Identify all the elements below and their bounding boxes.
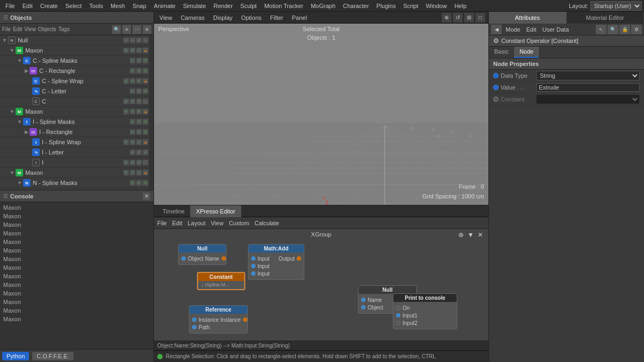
node-constant[interactable]: Constant ↓ ISpline M… [197, 272, 245, 290]
menu-motion-tracker[interactable]: Motion Tracker [261, 2, 306, 10]
node-null1[interactable]: Null Object Name [178, 244, 226, 265]
menu-tools[interactable]: Tools [86, 2, 106, 10]
mode-left-icon[interactable]: ◀ [491, 25, 502, 34]
tab-attributes[interactable]: Attributes [489, 12, 567, 24]
menu-edit[interactable]: Edit [19, 2, 36, 10]
vp-menu-options[interactable]: Options [239, 13, 264, 22]
vp-menu-view[interactable]: View [157, 13, 174, 22]
menu-create[interactable]: Create [37, 2, 61, 10]
search-icon[interactable]: 🔍 [112, 25, 121, 34]
menu-mesh[interactable]: Mesh [107, 2, 128, 10]
vp-rotate-icon[interactable]: ↺ [453, 13, 463, 23]
viewport-canvas[interactable]: .grid-line { stroke: #999; stroke-width:… [154, 24, 488, 205]
filter-icon[interactable]: ≡ [122, 25, 131, 34]
svg-point-24 [431, 128, 435, 131]
menu-script[interactable]: Script [400, 2, 421, 10]
menu-select[interactable]: Select [62, 2, 85, 10]
list-item[interactable]: I I - Spline Wrap ✓ ✓ ✓ ● [0, 137, 149, 147]
prop-settings-icon[interactable]: ⚙ [631, 25, 642, 34]
data-type-select[interactable]: String [536, 71, 640, 80]
prop-search-icon[interactable]: 🔍 [608, 25, 618, 34]
list-item[interactable]: C C - Spline Wrap ✓ ✓ ✓ ● [0, 76, 149, 86]
list-item[interactable]: ∿ I - Letter ✓ ✓ ✓ [0, 147, 149, 158]
list-item[interactable]: I I ✓ ✓ ✓ · [0, 158, 149, 168]
constant-select[interactable] [536, 94, 640, 104]
node-math-add[interactable]: Math:Add Input Output Input [248, 244, 304, 280]
tab-python[interactable]: Python [2, 352, 29, 360]
radio-value[interactable] [493, 85, 499, 90]
menu-simulate[interactable]: Simulate [180, 2, 209, 10]
list-item[interactable]: ▼ M Maxon ✓ ✓ ✓ ● [0, 46, 149, 56]
list-item[interactable]: ∿ C - Letter ✓ ✓ ✓ [0, 86, 149, 97]
tab-material-editor[interactable]: Material Editor [567, 12, 645, 24]
prop-lock-icon[interactable]: 🔒 [619, 25, 630, 34]
menu-sculpt[interactable]: Sculpt [237, 2, 260, 10]
menu-window[interactable]: Window [423, 2, 450, 10]
list-item[interactable]: ▼ M Maxon ✓ ✓ ✓ ● [0, 168, 149, 178]
vp-menu-filter[interactable]: Filter [268, 13, 285, 22]
vp-zoom-icon[interactable]: ⊞ [464, 13, 474, 23]
menu-animate[interactable]: Animate [151, 2, 179, 10]
objects-toolbar-tags[interactable]: Tags [58, 26, 70, 32]
list-item[interactable]: ▼ N Null · · ✓ · [0, 35, 149, 46]
vp-maximize-icon[interactable]: □ [475, 13, 485, 23]
list-item[interactable]: C C ✓ ✓ ✓ · [0, 97, 149, 107]
radio-constant[interactable] [493, 97, 499, 102]
menu-help[interactable]: Help [451, 2, 470, 10]
mode-tab-user-data[interactable]: User Data [540, 25, 572, 34]
menu-plugins[interactable]: Plugins [373, 2, 399, 10]
vp-menu-cameras[interactable]: Cameras [179, 13, 207, 22]
list-item[interactable]: ▼ N N - Spline Masks ✓ ✓ ✓ [0, 178, 149, 188]
list-item[interactable]: ▶ ▭ I - Rectangle ✓ ✓ ✓ [0, 127, 149, 137]
vp-menu-panel[interactable]: Panel [290, 13, 309, 22]
list-item[interactable]: ▼ I I - Spline Masks ✓ ✓ ✓ [0, 117, 149, 127]
close-panel-icon[interactable]: ✕ [143, 25, 151, 34]
console-close-icon[interactable]: ✕ [143, 193, 150, 200]
vp-move-icon[interactable]: ⊕ [442, 13, 451, 23]
xe-menu-edit[interactable]: Edit [172, 220, 182, 226]
xgroup-close-icon[interactable]: ✕ [477, 231, 484, 239]
menu-snap[interactable]: Snap [129, 2, 150, 10]
xgroup-down-icon[interactable]: ▼ [467, 231, 474, 239]
subtab-node[interactable]: Node [514, 47, 539, 58]
tab-coffee[interactable]: C.O.F.F.E.E. [32, 352, 74, 360]
xe-menu-view[interactable]: View [211, 220, 224, 226]
more-options-icon[interactable]: ⋯ [133, 25, 141, 34]
xe-menu-layout[interactable]: Layout [188, 220, 206, 226]
vp-menu-display[interactable]: Display [211, 13, 235, 22]
mode-tab-mode[interactable]: Mode [503, 25, 523, 34]
console-scrollbar[interactable] [149, 202, 153, 349]
node-null1-port-object: Object Name [181, 255, 224, 262]
menu-file[interactable]: File [2, 2, 18, 10]
xgroup-canvas[interactable]: XGroup ⊕ ▼ ✕ [154, 229, 488, 350]
value-input[interactable] [536, 83, 640, 92]
tab-xpresso-editor[interactable]: XPresso Editor [191, 205, 241, 217]
node-print-console[interactable]: Print to console On Input1 Input2 [393, 293, 457, 329]
xe-menu-calculate[interactable]: Calculate [254, 220, 279, 226]
node-reference[interactable]: Reference Instance Instance P [189, 305, 248, 334]
node-null2-header: Null [358, 286, 416, 294]
grid-overlay: .grid-line { stroke: #999; stroke-width:… [154, 24, 488, 205]
menu-render[interactable]: Render [210, 2, 236, 10]
list-item[interactable]: ▼ C C - Spline Masks ✓ ✓ ✓ [0, 56, 149, 66]
objects-toolbar-edit[interactable]: Edit [13, 26, 22, 32]
list-item[interactable]: ▶ ▭ C - Rectangle ✓ ✓ ✓ [0, 66, 149, 76]
list-item[interactable]: ▼ M Maxon ✓ ✓ ✓ ● [0, 107, 149, 117]
menu-character[interactable]: Character [340, 2, 372, 10]
menu-mograph[interactable]: MoGraph [308, 2, 339, 10]
prop-cursor-icon[interactable]: ↖ [596, 25, 606, 34]
xe-menu-custom[interactable]: Custom [229, 220, 249, 226]
subtab-basic[interactable]: Basic [489, 47, 514, 58]
objects-toolbar-view[interactable]: View [24, 26, 36, 32]
mode-tab-edit[interactable]: Edit [524, 25, 539, 34]
tab-timeline[interactable]: Timeline [157, 205, 191, 217]
layout-select[interactable]: Startup (User) [590, 1, 642, 11]
objects-scrollbar[interactable] [149, 35, 153, 190]
xe-menu-file[interactable]: File [157, 220, 167, 226]
objects-toolbar-objects[interactable]: Objects [38, 26, 56, 32]
prop-row-data-type: Data Type String [489, 70, 644, 82]
radio-data-type[interactable] [493, 73, 499, 78]
xgroup-move-icon[interactable]: ⊕ [457, 231, 465, 239]
objects-toolbar-file[interactable]: File [2, 26, 11, 32]
gear-icon: ⚙ [493, 37, 499, 45]
